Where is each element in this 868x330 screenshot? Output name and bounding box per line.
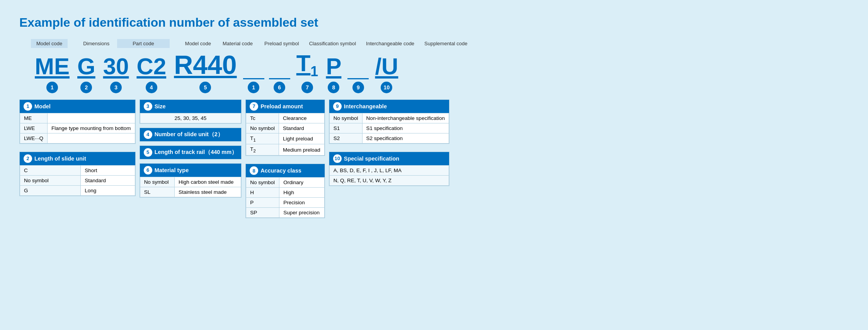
label-preload-symbol: Preload symbol <box>260 39 303 48</box>
circle-1b: 1 <box>248 82 259 93</box>
code-ME-val: ME <box>31 54 73 79</box>
length-slide-header: 2 Length of slide unit <box>20 152 135 165</box>
label-preload-symbol-text: Preload symbol <box>260 39 303 48</box>
num-slide-num-circle: 4 <box>144 130 152 139</box>
special-line2: N, Q, RE, T, U, V, W, Y, Z <box>329 175 449 185</box>
preload-row1-col2: Clearance <box>279 113 324 123</box>
label-dimensions: Dimensions <box>79 39 113 48</box>
label-interchangeable-code: Interchangeable code <box>362 39 418 48</box>
length-slide-row1-col1: C <box>20 165 81 175</box>
circle-8: 8 <box>328 82 339 93</box>
table-row: No symbol Standard <box>246 123 325 133</box>
table-row: N, Q, RE, T, U, V, W, Y, Z <box>329 175 449 185</box>
model-num-circle: 1 <box>24 102 32 111</box>
interchangeable-body: No symbol Non-interchangeable specificat… <box>329 113 449 144</box>
accuracy-row3-col1: P <box>246 198 279 208</box>
accuracy-row2-col2: High <box>279 188 325 198</box>
page-title: Example of identification number of asse… <box>19 15 849 30</box>
label-model-code2: Model code <box>181 39 215 48</box>
num-slide-table: 4 Number of slide unit（2） <box>140 128 242 142</box>
table-row: S1 S1 specification <box>329 123 449 133</box>
circle-3: 3 <box>110 82 122 93</box>
preload-header: 7 Preload amount <box>246 100 325 113</box>
interchangeable-row1-col2: Non-interchangeable specification <box>362 113 449 123</box>
code-blank9: 9 <box>347 52 369 93</box>
table-row: H High <box>246 188 325 198</box>
accuracy-table: 8 Accuracy class No symbol Ordinary H Hi… <box>245 164 325 218</box>
model-table-body: ME LWE Flange type mounting from bottom … <box>20 113 135 144</box>
preload-num-circle: 7 <box>250 102 258 111</box>
length-slide-title: Length of slide unit <box>34 156 86 162</box>
interchangeable-row2-col1: S1 <box>329 123 362 133</box>
table-row: T2 Medium preload <box>246 144 325 156</box>
special-num-circle: 10 <box>333 154 342 163</box>
table-row: S2 S2 specification <box>329 133 449 143</box>
circle-9: 9 <box>352 82 364 93</box>
table-row: No symbol Standard <box>20 175 135 185</box>
length-slide-row2-col2: Standard <box>81 175 135 185</box>
code-P-val: P <box>322 54 345 79</box>
length-slide-table: 2 Length of slide unit C Short No symbol… <box>19 152 136 196</box>
special-table: 10 Special specification A, BS, D, E, F,… <box>329 152 449 186</box>
size-value: 25, 30, 35, 45 <box>140 113 241 123</box>
table-row: G Long <box>20 185 135 195</box>
preload-table: 7 Preload amount Tc Clearance No symbol … <box>245 99 325 156</box>
preload-row4-col2: Medium preload <box>279 144 324 156</box>
col-right: 7 Preload amount Tc Clearance No symbol … <box>245 99 325 218</box>
interchangeable-row3-col2: S2 specification <box>362 133 449 143</box>
codes-row: ME 1 G 2 30 3 C2 4 R440 5 <box>19 50 849 93</box>
model-row2-col2: Flange type mounting from bottom <box>48 123 135 133</box>
tables-wrapper: 1 Model ME LWE Flange type mounting from… <box>19 99 849 218</box>
circle-4: 4 <box>146 82 157 93</box>
interchangeable-row2-col2: S1 specification <box>362 123 449 133</box>
model-row1-col2 <box>48 113 135 123</box>
interchangeable-row3-col1: S2 <box>329 133 362 143</box>
code-C2-val: C2 <box>133 54 170 79</box>
accuracy-row3-col2: Precision <box>279 198 325 208</box>
accuracy-row2-col1: H <box>246 188 279 198</box>
table-row: LWE···Q <box>20 133 135 143</box>
accuracy-title: Accuracy class <box>260 168 301 174</box>
table-row: SL Stainless steel made <box>140 187 241 197</box>
label-part-code-text: Part code <box>117 39 170 48</box>
special-title: Special specification <box>344 156 399 162</box>
code-slash-U: /U 10 <box>371 54 402 93</box>
accuracy-row4-col1: SP <box>246 208 279 218</box>
size-num-circle: 3 <box>144 102 152 111</box>
label-supplemental-code: Supplemental code <box>420 39 471 48</box>
accuracy-row1-col1: No symbol <box>246 178 279 188</box>
code-C2: C2 4 <box>133 54 170 93</box>
special-body: A, BS, D, E, F, I , J, L, LF, MA N, Q, R… <box>329 165 449 186</box>
code-ME: ME 1 <box>31 54 73 93</box>
code-G-val: G <box>73 54 99 79</box>
table-row: ME <box>20 113 135 123</box>
table-row: 25, 30, 35, 45 <box>140 113 241 123</box>
interchangeable-title: Interchangeable <box>344 103 387 109</box>
preload-row1-col1: Tc <box>246 113 279 123</box>
code-T1: T1 7 <box>293 51 322 93</box>
table-row: Tc Clearance <box>246 113 325 123</box>
code-R440-val: R440 <box>170 50 241 79</box>
size-body: 25, 30, 35, 45 <box>140 113 242 123</box>
table-row: No symbol High carbon steel made <box>140 177 241 187</box>
length-track-header: 5 Length of track rail（440 mm） <box>140 146 242 159</box>
circle-7: 7 <box>301 82 313 93</box>
material-row1-col1: No symbol <box>140 177 174 187</box>
preload-row3-col1: T1 <box>246 133 279 144</box>
material-row2-col2: Stainless steel made <box>174 187 241 197</box>
code-blank1: 1 <box>243 52 264 93</box>
material-body: No symbol High carbon steel made SL Stai… <box>140 177 242 197</box>
num-slide-header: 4 Number of slide unit（2） <box>140 128 242 141</box>
special-header: 10 Special specification <box>329 152 449 165</box>
length-track-num-circle: 5 <box>144 148 152 157</box>
preload-title: Preload amount <box>260 103 303 109</box>
material-title: Material type <box>155 167 189 173</box>
length-slide-row2-col1: No symbol <box>20 175 81 185</box>
label-material-code-text: Material code <box>219 39 257 48</box>
interchangeable-table: 9 Interchangeable No symbol Non-intercha… <box>329 99 449 144</box>
code-R440: R440 5 <box>170 50 241 93</box>
model-row3-col2 <box>48 133 135 143</box>
interchangeable-header: 9 Interchangeable <box>329 100 449 113</box>
label-dimensions-text: Dimensions <box>79 39 113 48</box>
blank-underline-9 <box>347 52 369 79</box>
